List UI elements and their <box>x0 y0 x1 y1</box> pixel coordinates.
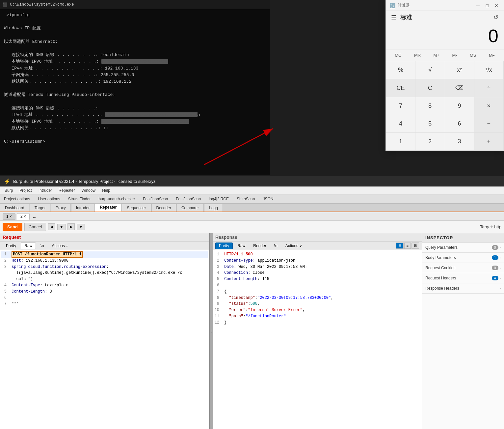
response-content[interactable]: 1 HTTP/1.1 500 2 Content-Type: applicati… <box>213 250 422 429</box>
calc-minimize-button[interactable]: ─ <box>475 2 481 9</box>
calc-6-button[interactable]: 6 <box>445 115 474 132</box>
calc-mplus-button[interactable]: M+ <box>431 51 442 60</box>
response-tab-render[interactable]: Render <box>250 243 269 249</box>
toolbar-json[interactable]: JSON <box>259 196 277 202</box>
toolbar-shiroscan[interactable]: ShiroScan <box>233 196 259 202</box>
tab-target[interactable]: Target <box>30 204 50 212</box>
inspector-body-params[interactable]: Body Parameters 1 › <box>422 253 504 263</box>
calc-7-button[interactable]: 7 <box>386 97 415 115</box>
toolbar-struts-finder[interactable]: Struts Finder <box>64 196 95 202</box>
hamburger-icon[interactable]: ☰ <box>391 14 396 21</box>
calc-add-button[interactable]: + <box>474 133 503 150</box>
request-content[interactable]: 1 POST /functionRouter HTTP/1.1 2 Host: … <box>0 250 209 429</box>
tab-proxy[interactable]: Proxy <box>51 204 71 212</box>
calc-9-button[interactable]: 9 <box>445 97 474 115</box>
calc-mr-button[interactable]: MR <box>411 51 423 60</box>
view-list-button[interactable]: ≡ <box>404 243 411 249</box>
calc-backspace-button[interactable]: ⌫ <box>445 79 474 97</box>
inspector-request-headers[interactable]: Request Headers 4 › <box>422 273 504 283</box>
calc-4-button[interactable]: 4 <box>386 115 415 132</box>
calc-mc-button[interactable]: MC <box>392 51 404 60</box>
inspector-body-label: Body Parameters <box>425 255 456 260</box>
calc-ce-button[interactable]: CE <box>386 79 415 97</box>
nav-forward-button[interactable]: ▶ <box>67 223 75 230</box>
tab-dashboard[interactable]: Dashboard <box>0 204 29 212</box>
tab-intruder[interactable]: Intruder <box>71 204 94 212</box>
request-subtabs: Pretty Raw \n Actions ↓ <box>0 242 209 250</box>
response-line-4: 4 Connection: close <box>214 270 420 276</box>
inspector-query-params[interactable]: Query Parameters 0 › <box>422 243 504 253</box>
tab-sequencer[interactable]: Sequencer <box>122 204 151 212</box>
cancel-button[interactable]: Cancel <box>24 223 46 231</box>
calc-1-button[interactable]: 1 <box>386 133 415 150</box>
calc-history-icon[interactable]: ↺ <box>493 14 498 21</box>
menu-burp[interactable]: Burp <box>1 187 16 193</box>
view-grid-button[interactable]: ⊟ <box>411 243 419 249</box>
calc-mmore-button[interactable]: M▸ <box>486 51 497 60</box>
calc-multiply-button[interactable]: × <box>474 97 503 115</box>
toolbar-project-options[interactable]: Project options <box>0 196 34 202</box>
toolbar-log4j2-rce[interactable]: log4j2 RCE <box>205 196 233 202</box>
calc-mminus-button[interactable]: M- <box>449 51 460 60</box>
repeater-tab-1[interactable]: 1 × <box>3 213 15 220</box>
inspector-request-cookies[interactable]: Request Cookies 0 › <box>422 263 504 273</box>
toolbar-user-options[interactable]: User options <box>34 196 64 202</box>
menu-help[interactable]: Help <box>99 187 114 193</box>
toolbar-fastjsonscan2[interactable]: FastJsonScan <box>172 196 205 202</box>
response-tab-newline[interactable]: \n <box>271 243 281 249</box>
tab-comparer[interactable]: Comparer <box>176 204 204 212</box>
inspector-response-headers[interactable]: Response Headers › <box>422 283 504 294</box>
calc-ms-button[interactable]: MS <box>467 51 479 60</box>
calc-close-button[interactable]: ✕ <box>493 2 500 9</box>
calc-2-button[interactable]: 2 <box>415 133 444 150</box>
view-split-button[interactable]: ⊞ <box>396 243 404 249</box>
repeater-tab-2[interactable]: 2 × <box>17 213 30 220</box>
response-tab-actions[interactable]: Actions ∨ <box>282 243 306 249</box>
panel-divider[interactable]: ⋮ <box>210 233 213 429</box>
repeater-tab-more[interactable]: ... <box>31 214 38 219</box>
cmd-line: IPv4 地址 . . . . . . . . . . . . .: 192.1… <box>4 65 266 72</box>
burp-icon: ⚡ <box>4 178 11 185</box>
tab-decoder[interactable]: Decoder <box>151 204 176 212</box>
tab-logger[interactable]: Logg <box>204 204 223 212</box>
response-line-8: 8 "timestamp":"2022-03-30T09:17:58.783+0… <box>214 295 420 301</box>
burp-menubar: Burp Project Intruder Repeater Window He… <box>0 186 504 194</box>
menu-intruder[interactable]: Intruder <box>35 187 55 193</box>
nav-dropdown-button[interactable]: ▼ <box>57 224 66 230</box>
calc-square-button[interactable]: x² <box>445 61 474 79</box>
response-tab-pretty[interactable]: Pretty <box>215 243 233 249</box>
tab-repeater[interactable]: Repeater <box>95 204 121 212</box>
request-line-2: 2 Host: 192.168.1.133:9000 <box>1 258 208 264</box>
request-tab-pretty[interactable]: Pretty <box>3 243 19 249</box>
calc-8-button[interactable]: 8 <box>415 97 444 115</box>
toolbar-burp-unauth[interactable]: burp-unauth-checker <box>94 196 139 202</box>
calc-subtract-button[interactable]: − <box>474 115 503 132</box>
inspector-req-headers-controls: 4 › <box>492 276 501 280</box>
menu-window[interactable]: Window <box>78 187 99 193</box>
cmd-line: 本地链接 IPv6 地址. . . . . . . . .: fe80::959… <box>4 58 266 65</box>
calc-reciprocal-button[interactable]: ¹/x <box>474 61 503 79</box>
response-tab-raw[interactable]: Raw <box>234 243 249 249</box>
request-tab-raw[interactable]: Raw <box>21 243 36 249</box>
nav-forward-dropdown-button[interactable]: ▼ <box>77 224 85 230</box>
request-tab-newline[interactable]: \n <box>37 243 47 249</box>
inspector-resp-headers-chevron: › <box>500 287 501 290</box>
calc-percent-button[interactable]: % <box>386 61 415 79</box>
inspector-query-label: Query Parameters <box>425 245 458 250</box>
request-line-5: calc ") <box>1 276 208 282</box>
nav-back-button[interactable]: ◀ <box>48 223 55 230</box>
menu-repeater[interactable]: Repeater <box>55 187 78 193</box>
send-button[interactable]: Send <box>3 223 22 231</box>
request-tab-actions[interactable]: Actions ↓ <box>48 243 71 249</box>
request-line-9: 7 *** <box>1 301 208 307</box>
calc-3-button[interactable]: 3 <box>445 133 474 150</box>
calc-c-button[interactable]: C <box>415 79 444 97</box>
calc-divide-button[interactable]: ÷ <box>474 79 503 97</box>
calc-restore-button[interactable]: □ <box>484 2 491 9</box>
calc-sqrt-button[interactable]: √ <box>415 61 444 79</box>
response-line-5: 5 Content-Length: 115 <box>214 276 420 282</box>
burp-window: ⚡ Burp Suite Professional v2021.4 - Temp… <box>0 176 504 429</box>
menu-project[interactable]: Project <box>16 187 35 193</box>
calc-5-button[interactable]: 5 <box>415 115 444 132</box>
toolbar-fastjsonscan1[interactable]: FastJsonScan <box>139 196 172 202</box>
